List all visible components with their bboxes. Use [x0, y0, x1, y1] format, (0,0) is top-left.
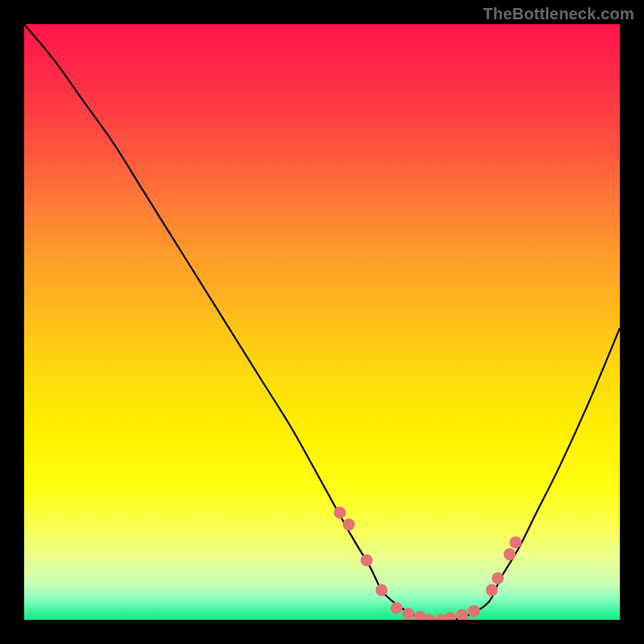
- marker-dot: [361, 555, 373, 567]
- highlight-markers: [334, 506, 522, 620]
- marker-dot: [456, 609, 468, 620]
- marker-dot: [504, 548, 516, 560]
- marker-dot: [444, 612, 456, 620]
- marker-dot: [402, 608, 415, 620]
- marker-dot: [492, 572, 504, 584]
- marker-dot: [390, 602, 402, 614]
- outer-frame: TheBottleneck.com: [0, 0, 644, 644]
- curve-layer: [24, 24, 620, 620]
- bottleneck-curve: [24, 24, 620, 620]
- marker-dot: [485, 584, 497, 597]
- marker-dot: [510, 536, 522, 548]
- marker-dot: [343, 518, 355, 530]
- marker-dot: [334, 506, 346, 518]
- watermark-text: TheBottleneck.com: [483, 5, 634, 23]
- marker-dot: [468, 605, 480, 617]
- marker-dot: [376, 584, 388, 597]
- plot-area: [24, 24, 620, 620]
